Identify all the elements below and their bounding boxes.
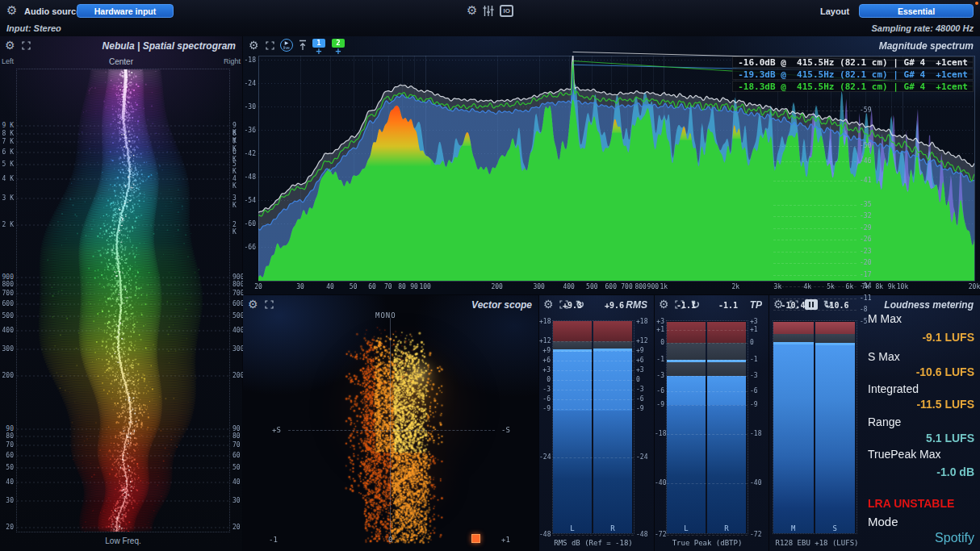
meter-tick-label: +9 — [539, 347, 551, 354]
add-curve-2-button[interactable]: + — [332, 47, 345, 56]
mode-label: Mode — [868, 515, 898, 528]
nebula-freq-tick: 70 — [232, 441, 241, 449]
meter-gridline — [773, 286, 856, 287]
meter-tick-label: -9 — [636, 405, 644, 412]
nebula-freq-tick: 7 K — [0, 138, 14, 145]
meter-zone — [667, 343, 706, 360]
meter-tick-label: -24 — [636, 453, 647, 461]
channel-label-right: S — [815, 524, 856, 532]
pan-position-marker[interactable] — [471, 534, 480, 543]
spectrum-freq-tick: 1k — [651, 283, 676, 290]
nebula-freq-tick: 60 — [0, 452, 14, 459]
nebula-freq-tick: 200 — [0, 372, 14, 379]
vector-settings-gear-icon[interactable]: ⚙ — [248, 298, 258, 310]
vector-fullscreen-icon[interactable] — [265, 300, 274, 309]
meter-gridline — [773, 240, 856, 240]
meter-tick-label: -32 — [860, 212, 871, 219]
spectrum-freq-tick: 300 — [527, 283, 551, 290]
settings-gear-icon[interactable]: ⚙ — [467, 3, 477, 18]
spectrum-freq-tick: 40 — [318, 283, 342, 290]
top-bar: ⚙ Audio source Hardware input ⚙ IO Layou… — [0, 0, 980, 36]
meter-bar-right — [593, 321, 632, 533]
loudness-meter-bars: MS — [773, 320, 857, 534]
rms-caption: RMS dB (Ref = -18) — [552, 539, 634, 547]
meter-tick-label: -17 — [860, 271, 871, 278]
layout-label: Layout — [820, 6, 849, 16]
meter-tick-label: -29 — [860, 224, 871, 232]
spectrum-db-tick: -48 — [243, 173, 256, 181]
loudness-stat-value: -11.5 LUFS — [868, 398, 974, 411]
nebula-freq-tick: 300 — [0, 345, 14, 353]
nebula-freq-tick: 20 — [0, 524, 14, 531]
notification-dot — [975, 2, 978, 5]
spectrum-db-tick: -24 — [243, 80, 256, 87]
loudness-panel-title: Loudness metering — [884, 299, 974, 311]
meter-zone — [667, 362, 706, 376]
rms-value-left: +9.3 — [552, 301, 593, 310]
nebula-freq-tick: 90 — [232, 425, 241, 432]
meter-zone — [773, 322, 814, 334]
nebula-freq-tick: 6 K — [0, 148, 14, 156]
meter-gridline — [553, 390, 634, 390]
io-routing-icon[interactable]: IO — [500, 5, 513, 17]
channel-label-right: R — [593, 524, 632, 532]
essential-layout-button[interactable]: Essential — [859, 4, 974, 18]
top-center-toolbar: ⚙ IO — [467, 3, 513, 18]
meter-gridline — [773, 205, 856, 206]
meter-tick-label: +18 — [539, 318, 551, 325]
minus-s-label: -S — [501, 426, 510, 434]
spectrum-db-tick: -54 — [243, 197, 256, 204]
meter-gridline — [773, 146, 856, 147]
audio-analyzer-app: ⚙ Audio source Hardware input ⚙ IO Layou… — [0, 0, 980, 551]
meter-gridline — [773, 310, 856, 311]
meter-tick-label: -20 — [860, 259, 871, 266]
meter-zone — [707, 322, 746, 343]
channel-label-right: R — [707, 524, 746, 532]
audio-source-gear-icon[interactable]: ⚙ — [6, 3, 17, 18]
tp-meter-bars: LR — [666, 320, 748, 534]
vector-center-line — [390, 318, 391, 537]
meter-tick-label: +1 — [655, 326, 664, 333]
spectrum-db-tick: -30 — [243, 103, 256, 111]
spectrum-fullscreen-icon[interactable] — [266, 41, 274, 50]
loudness-stat-value: 5.1 LUFS — [868, 432, 974, 445]
meter-gridline — [667, 405, 748, 406]
live-mode-button[interactable]: ▶ live — [280, 39, 293, 52]
peak-hold-top-icon[interactable] — [298, 40, 308, 51]
meter-zone — [667, 322, 706, 343]
meter-gridline — [553, 457, 634, 458]
meter-zone — [773, 334, 814, 342]
meter-tick-label: -1 — [655, 356, 664, 363]
meter-zone — [707, 376, 746, 405]
meter-tick-label: +3 — [636, 366, 644, 374]
meter-tick-label: 0 — [750, 339, 754, 346]
meter-bar-left — [553, 321, 592, 533]
meter-bar-left — [667, 321, 706, 533]
spectrum-db-tick: -36 — [243, 127, 256, 134]
loudness-stat-label: M Max — [868, 312, 902, 325]
add-curve-1-button[interactable]: + — [312, 47, 325, 56]
channel-label-left: L — [553, 524, 592, 532]
nebula-freq-tick: 5 K — [232, 161, 242, 175]
meter-gridline — [773, 228, 856, 229]
loudness-metering-panel: ⚙ ↻ Loudness metering -10.4 -10.6 MS R12… — [769, 295, 980, 551]
channels-sliders-icon[interactable] — [483, 5, 494, 17]
hardware-input-button[interactable]: Hardware input — [77, 4, 174, 18]
meter-gridline — [773, 111, 856, 111]
minus-one-label: -1 — [269, 536, 278, 544]
mono-label: MONO — [375, 311, 396, 319]
spectrum-freq-tick: 2k — [723, 283, 748, 290]
meter-tick-label: -3 — [750, 372, 758, 379]
meter-gridline — [553, 351, 634, 352]
magnitude-spectrum-panel: ⚙ ▶ live 1 + 2 + Magnitude spectrum -16.… — [243, 36, 980, 294]
meter-tick-label: -48 — [539, 531, 551, 538]
nebula-settings-gear-icon[interactable]: ⚙ — [5, 40, 15, 51]
spectrum-settings-gear-icon[interactable]: ⚙ — [249, 40, 259, 51]
plus-one-label: +1 — [501, 536, 510, 544]
spectrum-freq-tick: 200 — [485, 283, 509, 290]
meter-gridline — [667, 391, 748, 392]
nebula-fullscreen-icon[interactable] — [22, 41, 31, 50]
meter-tick-label: -1 — [750, 356, 758, 363]
nebula-freq-tick: 2 K — [232, 221, 242, 236]
nebula-freq-tick: 400 — [0, 327, 14, 334]
